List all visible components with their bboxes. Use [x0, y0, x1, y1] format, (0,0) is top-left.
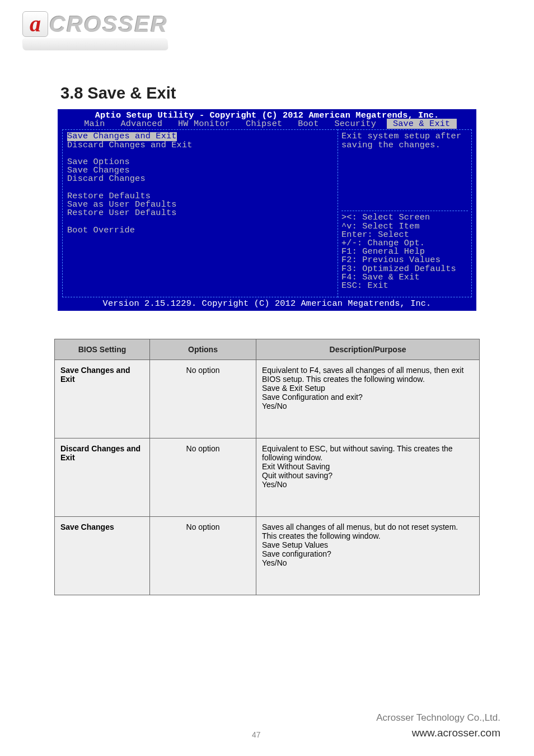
cell-options: No option: [150, 360, 256, 438]
table-header-options: Options: [150, 339, 256, 360]
bios-screenshot: Aptio Setup Utility - Copyright (C) 2012…: [58, 109, 476, 311]
bios-key-hints: ><: Select Screen ^v: Select Item Enter:…: [341, 211, 468, 290]
bios-tab: Security: [329, 119, 381, 129]
table-row: Save ChangesNo optionSaves all changes o…: [55, 516, 480, 595]
options-table: BIOS Setting Options Description/Purpose…: [54, 339, 480, 595]
bios-left-panel: Save Changes and ExitDiscard Changes and…: [62, 129, 338, 297]
bios-menu-item: Restore User Defaults: [67, 209, 333, 217]
page-number: 47: [252, 730, 261, 739]
bios-footer: Version 2.15.1229. Copyright (C) 2012 Am…: [59, 298, 475, 309]
cell-desc: Equivalent to ESC, but without saving. T…: [256, 438, 480, 516]
footer-company: Acrosser Technology Co.,Ltd.: [376, 712, 500, 724]
cell-setting: Save Changes: [55, 516, 150, 595]
section-title: 3.8 Save & Exit: [60, 84, 512, 102]
footer-url: www.acrosser.com: [376, 727, 500, 739]
bios-tab: Advanced: [115, 119, 167, 129]
cell-desc: Equivalent to F4, saves all changes of a…: [256, 360, 480, 438]
bios-right-panel: Exit system setup after saving the chang…: [338, 129, 472, 297]
brand-word: CROSSER: [49, 11, 168, 37]
cell-setting: Save Changes and Exit: [55, 360, 150, 438]
table-row: Discard Changes and ExitNo optionEquival…: [55, 438, 480, 516]
bios-tab: Boot: [293, 119, 324, 129]
table-header-desc: Description/Purpose: [256, 339, 480, 360]
bios-help-text: Exit system setup after saving the chang…: [341, 132, 468, 211]
cell-options: No option: [150, 516, 256, 595]
bios-tab: HW Monitor: [173, 119, 236, 129]
bios-menubar: Main Advanced HW Monitor Chipset Boot Se…: [59, 120, 475, 129]
brand-logo: a CROSSER: [22, 11, 512, 37]
table-row: Save Changes and ExitNo optionEquivalent…: [55, 360, 480, 438]
cell-options: No option: [150, 438, 256, 516]
bios-tab: Main: [79, 119, 110, 129]
bios-menu-item: Boot Override: [67, 226, 333, 235]
cell-setting: Discard Changes and Exit: [55, 438, 150, 516]
bios-tab: Chipset: [241, 119, 288, 129]
brand-mark: a: [22, 11, 48, 37]
brand-logo-reflection: [22, 38, 168, 50]
bios-tab: Save & Exit: [387, 119, 457, 129]
bios-menu-item: Discard Changes and Exit: [67, 141, 333, 150]
bios-menu-item: Discard Changes: [67, 175, 333, 183]
cell-desc: Saves all changes of all menus, but do n…: [256, 516, 480, 595]
page-footer: Acrosser Technology Co.,Ltd. www.acrosse…: [376, 712, 500, 739]
table-header-setting: BIOS Setting: [55, 339, 150, 360]
